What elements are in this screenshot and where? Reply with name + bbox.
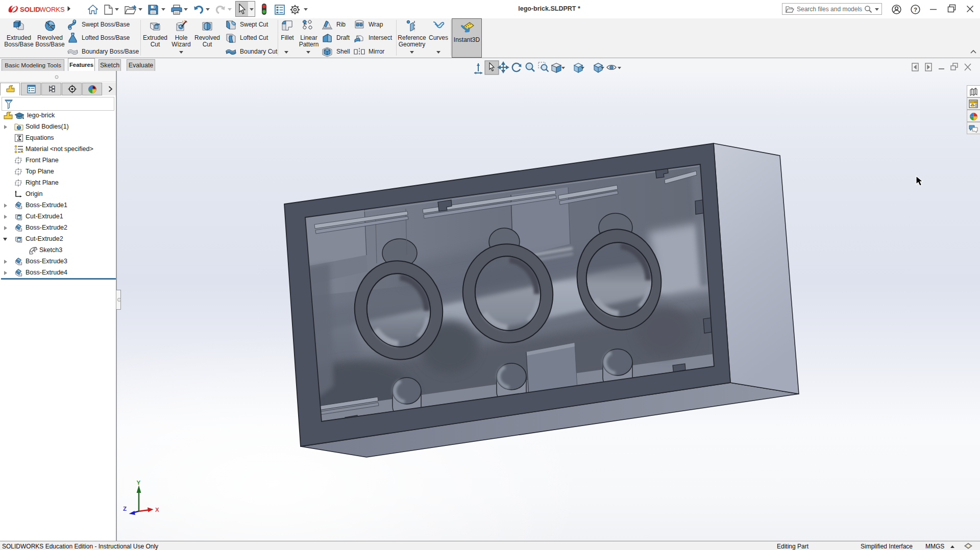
svg-text:Z: Z [123, 506, 127, 512]
svg-text:X: X [155, 507, 159, 513]
svg-text:?: ? [914, 7, 917, 13]
svg-text:SOLID: SOLID [20, 6, 40, 13]
svg-text:Y: Y [137, 480, 141, 486]
svg-text:WORKS: WORKS [40, 6, 65, 13]
